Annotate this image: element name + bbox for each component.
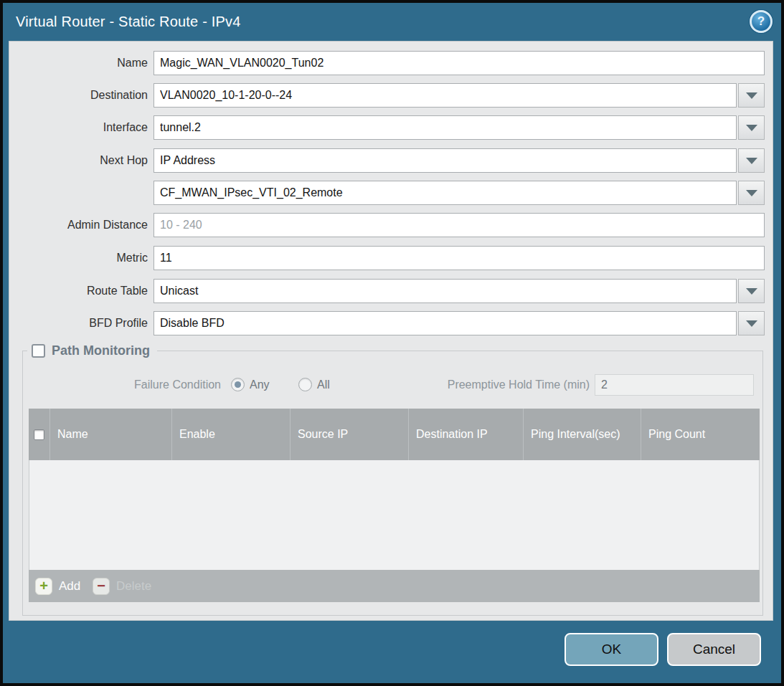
route-table-label: Route Table <box>9 279 148 303</box>
table-footer-bar: + Add − Delete <box>29 570 760 602</box>
field-row-next-hop-address <box>9 181 773 205</box>
admin-distance-label: Admin Distance <box>9 213 148 237</box>
path-monitoring-controls: Failure Condition Any All Preemptive Hol… <box>23 374 762 396</box>
field-row-interface: Interface <box>9 115 773 140</box>
destination-input[interactable] <box>154 83 737 108</box>
path-monitoring-table: Name Enable Source IP Destination IP Pin… <box>29 409 760 602</box>
chevron-down-icon <box>746 288 757 295</box>
destination-label: Destination <box>9 83 148 108</box>
plus-icon: + <box>35 578 52 595</box>
column-header-name: Name <box>50 409 172 460</box>
name-input[interactable] <box>154 51 765 75</box>
chevron-down-icon <box>746 190 757 196</box>
metric-input[interactable] <box>154 246 765 270</box>
cancel-button[interactable]: Cancel <box>667 633 761 666</box>
field-row-route-table: Route Table <box>9 279 773 303</box>
field-row-name: Name <box>9 51 773 75</box>
hold-time-label: Preemptive Hold Time (min) <box>331 374 590 396</box>
radio-any[interactable] <box>231 378 245 391</box>
interface-dropdown-button[interactable] <box>738 115 765 140</box>
bfd-profile-input[interactable] <box>154 311 737 335</box>
minus-icon: − <box>93 578 110 595</box>
table-body-empty <box>29 460 760 570</box>
path-monitoring-title: Path Monitoring <box>52 343 150 358</box>
add-button[interactable]: + Add <box>35 570 80 602</box>
column-header-destination-ip: Destination IP <box>409 409 524 460</box>
dialog-content: Name Destination Interface <box>9 41 773 621</box>
add-button-label: Add <box>59 579 80 594</box>
column-header-enable: Enable <box>172 409 291 460</box>
delete-button: − Delete <box>93 570 151 602</box>
next-hop-type-input[interactable] <box>154 148 737 173</box>
next-hop-address-input[interactable] <box>154 181 737 205</box>
field-row-next-hop-type: Next Hop <box>9 148 773 173</box>
column-header-ping-count: Ping Count <box>641 409 760 460</box>
chevron-down-icon <box>746 320 757 327</box>
table-header-row: Name Enable Source IP Destination IP Pin… <box>29 409 760 460</box>
next-hop-label: Next Hop <box>9 148 148 173</box>
admin-distance-input[interactable] <box>154 213 765 237</box>
delete-button-label: Delete <box>116 579 151 594</box>
dialog-title: Virtual Router - Static Route - IPv4 <box>16 3 241 41</box>
column-header-source-ip: Source IP <box>291 409 409 460</box>
bfd-profile-dropdown-button[interactable] <box>738 311 765 335</box>
radio-all-label: All <box>317 374 330 396</box>
next-hop-address-dropdown-button[interactable] <box>738 181 765 205</box>
bfd-profile-label: BFD Profile <box>9 311 148 335</box>
path-monitoring-checkbox[interactable] <box>32 344 45 358</box>
ok-button[interactable]: OK <box>565 633 658 666</box>
metric-label: Metric <box>9 246 148 270</box>
next-hop-type-dropdown-button[interactable] <box>738 148 765 173</box>
field-row-destination: Destination <box>9 83 773 108</box>
chevron-down-icon <box>746 92 757 99</box>
path-monitoring-section: Path Monitoring Failure Condition Any Al… <box>22 351 763 616</box>
column-header-ping-interval: Ping Interval(sec) <box>524 409 641 460</box>
radio-all[interactable] <box>298 378 312 391</box>
route-table-input[interactable] <box>154 279 737 303</box>
table-header-checkbox-cell <box>29 409 50 460</box>
field-row-admin-distance: Admin Distance <box>9 213 773 237</box>
radio-any-label: Any <box>250 374 270 396</box>
chevron-down-icon <box>746 125 757 131</box>
name-label: Name <box>9 51 148 75</box>
path-monitoring-legend: Path Monitoring <box>27 340 157 361</box>
destination-dropdown-button[interactable] <box>738 83 765 108</box>
hold-time-input[interactable] <box>595 374 754 396</box>
interface-label: Interface <box>9 115 148 140</box>
route-table-dropdown-button[interactable] <box>738 279 765 303</box>
field-row-metric: Metric <box>9 246 773 270</box>
failure-condition-label: Failure Condition <box>23 374 221 396</box>
interface-input[interactable] <box>154 115 737 140</box>
select-all-checkbox[interactable] <box>34 429 44 440</box>
field-row-bfd-profile: BFD Profile <box>9 311 773 335</box>
screenshot-frame: Virtual Router - Static Route - IPv4 ? N… <box>0 0 784 686</box>
static-route-dialog: Virtual Router - Static Route - IPv4 ? N… <box>3 3 781 683</box>
help-icon[interactable]: ? <box>750 10 773 33</box>
chevron-down-icon <box>746 158 757 164</box>
